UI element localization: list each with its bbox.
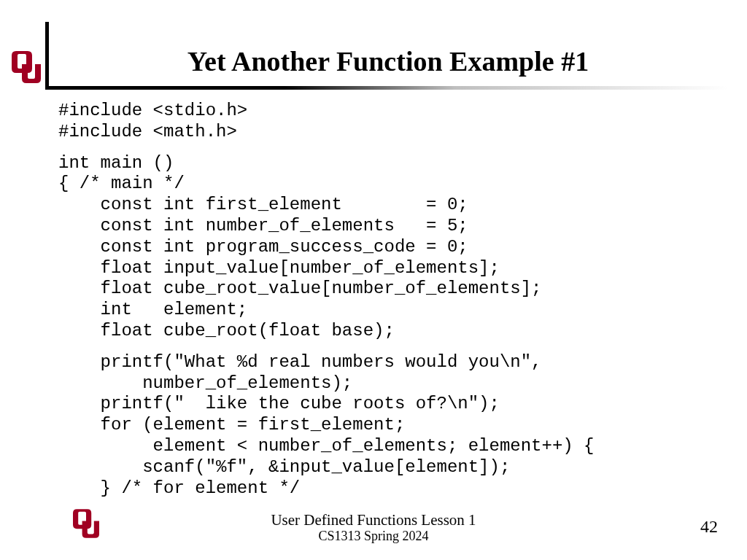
- slide: Yet Another Function Example #1 #include…: [0, 0, 747, 560]
- code-line: float cube_root_value[number_of_elements…: [58, 279, 542, 298]
- code-line: const int number_of_elements = 5;: [58, 216, 468, 236]
- ou-logo-top: [12, 50, 41, 88]
- footer-title: User Defined Functions Lesson 1: [0, 511, 747, 529]
- slide-title: Yet Another Function Example #1: [51, 45, 725, 77]
- code-block: #include <stdio.h> #include <math.h> int…: [58, 101, 595, 499]
- code-line: printf(" like the cube roots of?\n");: [58, 394, 500, 413]
- code-line: int element;: [58, 300, 247, 319]
- code-line: const int program_success_code = 0;: [58, 237, 468, 257]
- code-line: #include <stdio.h>: [58, 101, 247, 120]
- code-line: float cube_root(float base);: [58, 321, 395, 341]
- title-rule-horizontal: [45, 86, 728, 90]
- footer: User Defined Functions Lesson 1 CS1313 S…: [0, 511, 747, 544]
- code-gap: [58, 342, 595, 352]
- code-line: { /* main */: [58, 174, 185, 193]
- code-gap: [58, 143, 595, 153]
- code-line: const int first_element = 0;: [58, 195, 468, 214]
- code-line: scanf("%f", &input_value[element]);: [58, 457, 510, 477]
- page-number: 42: [700, 517, 718, 537]
- footer-subtitle: CS1313 Spring 2024: [0, 529, 747, 544]
- code-line: element < number_of_elements; element++)…: [58, 436, 595, 456]
- code-line: printf("What %d real numbers would you\n…: [58, 352, 542, 372]
- code-line: float input_value[number_of_elements];: [58, 258, 500, 278]
- code-line: } /* for element */: [58, 478, 300, 498]
- code-line: for (element = first_element;: [58, 415, 405, 435]
- code-line: #include <math.h>: [58, 122, 237, 141]
- title-rule-vertical: [45, 22, 49, 89]
- code-line: int main (): [58, 153, 174, 173]
- code-line: number_of_elements);: [58, 373, 352, 393]
